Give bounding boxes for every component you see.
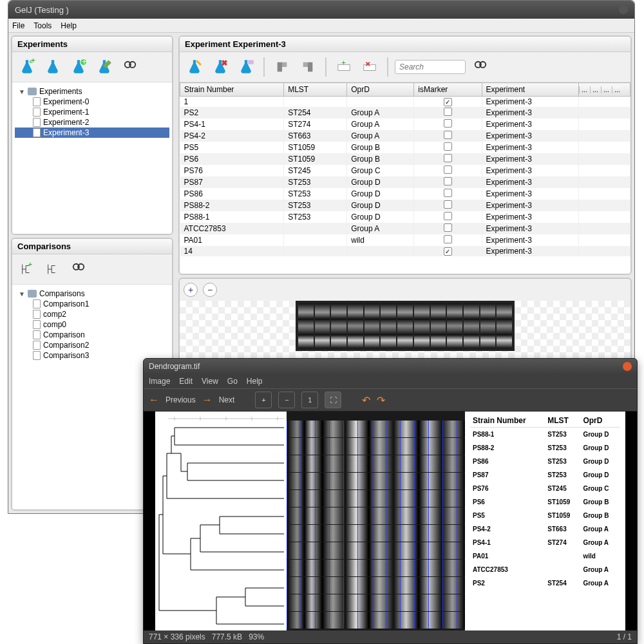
open-experiment-icon[interactable] <box>42 56 64 78</box>
table-row: PS5ST1059Group B <box>470 509 620 522</box>
edit-experiment-icon[interactable] <box>93 56 115 78</box>
checkbox[interactable] <box>444 131 452 139</box>
tree-item-experiment[interactable]: Experiment-1 <box>15 107 169 117</box>
status-dimensions: 771 × 336 pixels <box>149 632 205 641</box>
column-header[interactable]: MLST <box>284 83 347 97</box>
search-icon[interactable] <box>469 56 491 78</box>
table-row[interactable]: PS86ST253Group DExperiment-3 <box>180 188 630 200</box>
checkbox[interactable] <box>444 223 452 232</box>
column-header[interactable]: Experiment <box>482 83 578 97</box>
checkbox[interactable] <box>444 154 452 162</box>
prev-arrow-icon[interactable]: ← <box>149 394 159 406</box>
tree-item-comparison[interactable]: Comparison <box>15 330 169 340</box>
tree-root-experiments[interactable]: ▼Experiments <box>15 86 169 97</box>
table-row[interactable]: PS6ST1059Group BExperiment-3 <box>180 153 630 165</box>
open-comparison-icon[interactable] <box>42 258 64 280</box>
menu-file[interactable]: File <box>12 21 24 30</box>
new-experiment-icon[interactable]: + <box>16 56 38 78</box>
checkbox[interactable] <box>444 108 452 116</box>
checkbox[interactable]: ✓ <box>444 247 452 256</box>
checkbox[interactable] <box>444 189 452 197</box>
tree-item-comparison[interactable]: comp0 <box>15 319 169 330</box>
comparisons-title: Comparisons <box>12 239 172 254</box>
viewer-titlebar[interactable]: Dendrogram.tif <box>144 359 637 374</box>
dendrogram-image: Strain NumberMLSTOprD PS88-1ST253Group D… <box>155 412 625 630</box>
viewer-menu-edit[interactable]: Edit <box>179 377 193 386</box>
table-row[interactable]: PS87ST253Group DExperiment-3 <box>180 176 630 188</box>
rotate-right-icon[interactable]: ↷ <box>377 394 385 406</box>
viewer-menu-image[interactable]: Image <box>149 377 170 386</box>
next-button[interactable]: Next <box>219 395 235 404</box>
tree-item-experiment[interactable]: Experiment-0 <box>15 97 169 107</box>
add-row-icon[interactable]: + <box>333 56 355 78</box>
viewer-close-icon[interactable] <box>623 362 632 371</box>
viewer-menu-go[interactable]: Go <box>227 377 238 386</box>
table-row: PS4-1ST274Group A <box>470 536 620 549</box>
svg-text:+: + <box>28 262 32 268</box>
viewer-content[interactable]: Strain NumberMLSTOprD PS88-1ST253Group D… <box>144 412 637 630</box>
rotate-left-icon[interactable]: ↶ <box>362 394 370 406</box>
table-row[interactable]: ATCC27853Group AExperiment-3 <box>180 223 630 234</box>
flask-delete-icon[interactable] <box>209 56 231 78</box>
menu-tools[interactable]: Tools <box>33 21 52 30</box>
checkbox[interactable] <box>444 177 452 185</box>
tree-root-comparisons[interactable]: ▼Comparisons <box>15 289 169 299</box>
table-row[interactable]: PS76ST245Group CExperiment-3 <box>180 165 630 176</box>
column-right-icon[interactable] <box>297 56 319 78</box>
prev-button[interactable]: Previous <box>166 395 196 404</box>
table-row[interactable]: PS5ST1059Group BExperiment-3 <box>180 142 630 153</box>
checkbox[interactable] <box>444 166 452 174</box>
viewer-toolbar: ← Previous → Next + − 1 ⛶ ↶ ↷ <box>144 388 637 412</box>
table-row[interactable]: PS4-2ST663Group AExperiment-3 <box>180 130 630 142</box>
checkbox[interactable] <box>444 212 452 220</box>
tree-item-comparison[interactable]: Comparison1 <box>15 299 169 309</box>
checkbox[interactable] <box>444 119 452 128</box>
table-row[interactable]: PS88-2ST253Group DExperiment-3 <box>180 200 630 211</box>
zoom-out-icon[interactable]: − <box>203 283 217 297</box>
comparisons-toolbar: + <box>12 254 172 285</box>
checkbox[interactable] <box>444 200 452 209</box>
checkbox[interactable] <box>444 235 452 243</box>
experiments-tree[interactable]: ▼Experiments Experiment-0Experiment-1Exp… <box>12 82 172 234</box>
strain-table[interactable]: Strain NumberMLSTOprDisMarkerExperiment.… <box>180 82 630 274</box>
close-icon[interactable] <box>619 5 628 14</box>
find-comparison-icon[interactable] <box>68 258 90 280</box>
column-left-icon[interactable] <box>271 56 293 78</box>
column-header: MLST <box>545 414 580 428</box>
table-row[interactable]: PS88-1ST253Group DExperiment-3 <box>180 211 630 223</box>
menu-help[interactable]: Help <box>61 21 77 30</box>
tree-item-experiment[interactable]: Experiment-3 <box>15 128 169 138</box>
next-arrow-icon[interactable]: → <box>202 394 213 406</box>
tree-item-experiment[interactable]: Experiment-2 <box>15 117 169 128</box>
new-comparison-icon[interactable]: + <box>16 258 38 280</box>
tree-item-comparison[interactable]: comp2 <box>15 309 169 319</box>
find-experiment-icon[interactable] <box>119 56 141 78</box>
column-header[interactable]: OprD <box>347 83 414 97</box>
folder-icon <box>28 290 37 298</box>
flask-edit-icon[interactable] <box>184 56 205 78</box>
titlebar[interactable]: GelJ (Testing ) <box>8 1 634 19</box>
table-row[interactable]: PS2ST254Group AExperiment-3 <box>180 107 630 118</box>
zoom-out-tool-icon[interactable]: − <box>278 392 295 408</box>
delete-row-icon[interactable] <box>359 56 381 78</box>
zoom-100-tool-icon[interactable]: 1 <box>301 392 318 408</box>
column-header[interactable]: isMarker <box>414 83 482 97</box>
table-row[interactable]: PA01wildExperiment-3 <box>180 234 630 246</box>
zoom-fit-tool-icon[interactable]: ⛶ <box>325 392 341 408</box>
zoom-in-tool-icon[interactable]: + <box>255 392 272 408</box>
checkbox[interactable] <box>444 142 452 151</box>
zoom-in-icon[interactable]: + <box>184 283 198 297</box>
checkbox[interactable]: ✓ <box>444 98 452 106</box>
add-experiment-icon[interactable]: + <box>68 56 90 78</box>
viewer-menu-help[interactable]: Help <box>247 377 263 386</box>
experiments-title: Experiments <box>12 37 172 52</box>
table-row[interactable]: 14✓Experiment-3 <box>180 246 630 256</box>
extra-columns[interactable]: ............ <box>579 83 630 97</box>
tree-item-comparison[interactable]: Comparison2 <box>15 340 169 350</box>
viewer-menu-view[interactable]: View <box>202 377 218 386</box>
table-row[interactable]: PS4-1ST274Group AExperiment-3 <box>180 118 630 130</box>
search-input[interactable] <box>395 60 466 74</box>
column-header[interactable]: Strain Number <box>180 83 284 97</box>
flask-add-icon[interactable] <box>235 56 257 78</box>
table-row[interactable]: 1✓Experiment-3 <box>180 97 630 108</box>
